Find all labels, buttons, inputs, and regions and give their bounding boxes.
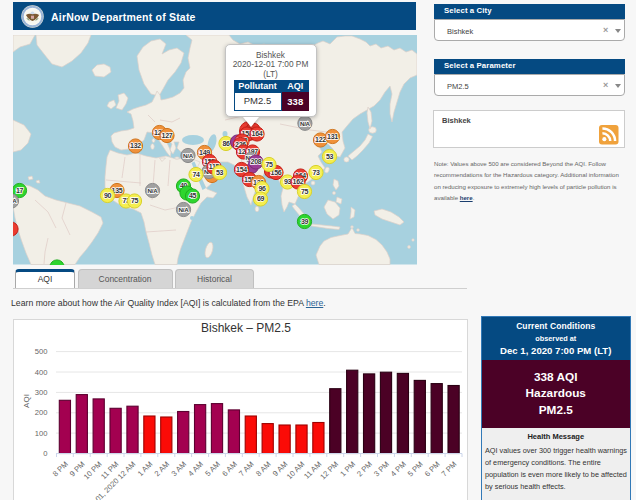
svg-text:75: 75 (265, 161, 273, 168)
svg-text:8 AM: 8 AM (254, 460, 273, 479)
svg-text:86: 86 (222, 140, 230, 147)
svg-text:500: 500 (35, 347, 48, 356)
svg-text:N/A: N/A (148, 187, 159, 194)
svg-text:10 AM: 10 AM (285, 460, 307, 482)
svg-text:164: 164 (252, 130, 263, 137)
svg-text:N/A: N/A (183, 152, 194, 159)
svg-text:8 PM: 8 PM (51, 460, 70, 479)
svg-text:100: 100 (35, 429, 48, 438)
svg-text:39: 39 (301, 218, 309, 225)
svg-text:5 AM: 5 AM (203, 460, 222, 479)
svg-text:162: 162 (293, 178, 304, 185)
svg-text:75: 75 (301, 188, 309, 195)
svg-text:90: 90 (104, 192, 112, 199)
svg-text:53: 53 (326, 153, 334, 160)
svg-text:200: 200 (35, 408, 48, 417)
svg-text:154: 154 (236, 166, 247, 173)
svg-text:73: 73 (312, 169, 320, 176)
svg-text:74: 74 (192, 171, 200, 178)
svg-text:10 PM: 10 PM (82, 460, 104, 482)
svg-text:69: 69 (257, 195, 265, 202)
svg-text:3 PM: 3 PM (372, 460, 391, 479)
svg-text:3 AM: 3 AM (170, 460, 189, 479)
svg-text:6 AM: 6 AM (220, 460, 239, 479)
svg-text:N/A: N/A (300, 120, 311, 127)
svg-text:5 PM: 5 PM (406, 460, 425, 479)
svg-text:1 AM: 1 AM (136, 460, 155, 479)
svg-text:1 PM: 1 PM (338, 460, 357, 479)
svg-text:AQI: AQI (22, 394, 31, 408)
svg-text:122: 122 (315, 136, 326, 143)
svg-text:N/A: N/A (179, 206, 190, 213)
svg-text:6 PM: 6 PM (423, 460, 442, 479)
svg-text:4 AM: 4 AM (186, 460, 205, 479)
svg-text:300: 300 (35, 388, 48, 397)
svg-text:7 PM: 7 PM (440, 460, 459, 479)
svg-text:208: 208 (251, 158, 262, 165)
svg-text:96: 96 (258, 185, 266, 192)
svg-text:93: 93 (284, 178, 292, 185)
svg-text:4 PM: 4 PM (389, 460, 408, 479)
svg-text:132: 132 (130, 142, 141, 149)
svg-text:75: 75 (131, 197, 139, 204)
svg-text:Bishkek – PM2.5: Bishkek – PM2.5 (201, 321, 291, 335)
svg-text:45: 45 (189, 192, 197, 199)
svg-text:127: 127 (162, 132, 173, 139)
svg-text:400: 400 (35, 368, 48, 377)
svg-text:2 AM: 2 AM (153, 460, 172, 479)
svg-text:7 AM: 7 AM (237, 460, 256, 479)
svg-text:2 PM: 2 PM (355, 460, 374, 479)
svg-text:53: 53 (216, 169, 224, 176)
svg-text:131: 131 (327, 133, 338, 140)
svg-text:17: 17 (16, 187, 24, 194)
svg-text:12 PM: 12 PM (318, 460, 340, 482)
svg-text:0: 0 (43, 449, 47, 458)
